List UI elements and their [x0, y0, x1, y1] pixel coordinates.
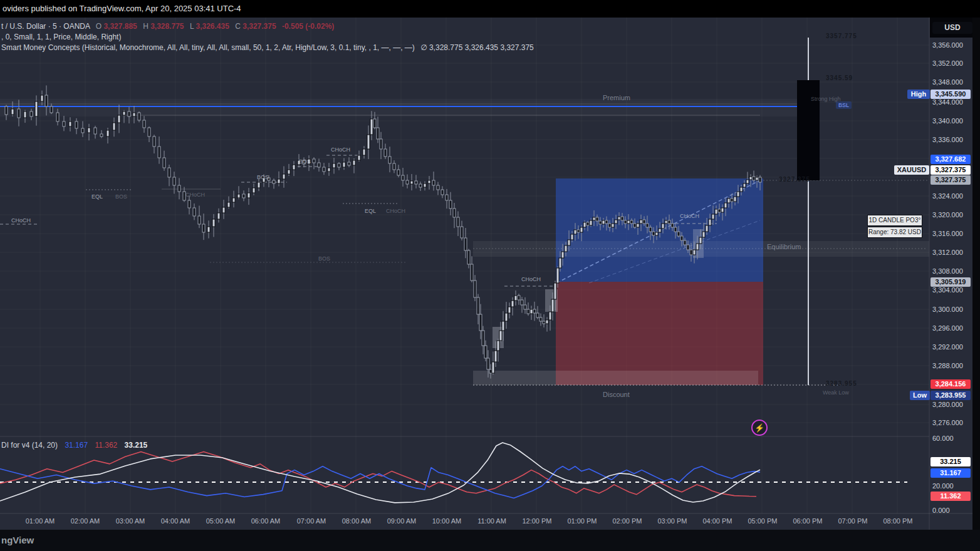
lightning-glyph: ⚡: [754, 423, 764, 433]
time-tick: 05:00 AM: [201, 517, 240, 525]
price-badge-tag: XAUUSD: [894, 165, 929, 175]
price-tick: 3,296.000: [932, 324, 977, 332]
price-tick: 3,348.000: [932, 78, 977, 86]
smc-text-label: Discount: [603, 391, 630, 398]
po3-tooltip-title-text: 1D CANDLE PO3°: [869, 217, 921, 224]
price-tick: 3,312.000: [932, 249, 977, 256]
plus-di-line: [0, 466, 760, 498]
price-tick: 3,308.000: [932, 267, 977, 275]
time-tick: 01:00 AM: [21, 517, 60, 525]
time-tick: 02:00 AM: [66, 517, 105, 525]
price-tick: 3,288.000: [932, 362, 977, 369]
smc-text-label: Premium: [603, 94, 630, 101]
oscillator-legend[interactable]: DI for v4 (14, 20) 31.167 11.362 33.215: [1, 441, 147, 450]
price-tick: 60.000: [932, 435, 977, 442]
smc-text-label: 3357.775: [826, 33, 857, 39]
time-tick: 02:00 PM: [608, 517, 647, 525]
price-badge: 31.167: [930, 468, 971, 478]
price-tick: 3,324.000: [932, 192, 977, 200]
oscillator-name[interactable]: DI for v4 (14, 20): [1, 441, 58, 450]
candles: [5, 85, 761, 378]
time-tick: 05:00 PM: [743, 517, 782, 525]
currency-button[interactable]: USD: [932, 22, 972, 34]
time-tick: 03:00 PM: [653, 517, 692, 525]
time-tick: 06:00 PM: [788, 517, 827, 525]
time-tick: 09:00 AM: [382, 517, 421, 525]
flash-icon[interactable]: ⚡: [751, 420, 768, 436]
open-value: 3,327.885: [103, 22, 137, 31]
price-tick: 0.000: [932, 507, 977, 514]
time-tick: 03:00 AM: [111, 517, 150, 525]
low-label: L: [190, 22, 194, 31]
attribution-text: oviders published on TradingView.com, Ap…: [3, 4, 241, 13]
price-tick: 3,344.000: [932, 98, 977, 106]
low-value: 3,326.435: [195, 22, 229, 31]
price-badge: 33.215: [930, 457, 971, 466]
tradingview-logo[interactable]: ngView: [1, 535, 34, 545]
grid: [0, 18, 929, 513]
smc-text-label: EQL: [91, 193, 103, 200]
price-tick: 3,352.000: [932, 59, 977, 67]
minus-di-line: [0, 451, 756, 496]
time-tick: 12:00 PM: [518, 517, 556, 525]
smc-text-label: CHoCH: [11, 217, 31, 224]
price-tick: 3,304.000: [932, 286, 977, 294]
right-edge-strip: [972, 0, 980, 551]
smc-text-label: CHoCH: [386, 208, 405, 214]
bsl-label: BSL: [836, 101, 852, 109]
time-tick: 06:00 AM: [246, 517, 285, 525]
time-tick: 04:00 PM: [698, 517, 737, 525]
price-tick: 3,336.000: [932, 136, 977, 143]
change-value: -0.505 (-0.02%): [282, 22, 334, 31]
top-right-corner: [936, 0, 980, 18]
smc-text-label: 3283.955: [826, 380, 857, 387]
di-oscillator: [0, 443, 907, 503]
smc-text-label: BOS: [318, 255, 330, 262]
price-badge: 3,327.375: [930, 175, 971, 185]
smc-title: Smart Money Concepts (Historical, Monoch…: [1, 43, 415, 52]
price-badge: 3,327.375: [930, 165, 971, 175]
time-tick: 11:00 AM: [472, 517, 511, 525]
settings-text: , 0, Small, 1, 1, Price, Middle, Right): [1, 33, 121, 41]
main-chart-canvas[interactable]: [0, 0, 980, 551]
high-label: H: [143, 22, 149, 31]
close-label: C: [235, 22, 241, 31]
price-tick: 3,356.000: [932, 41, 977, 49]
smc-text-label: CHoCH: [331, 147, 350, 153]
price-badge: 11.362: [930, 492, 971, 501]
indicator-settings-legend[interactable]: , 0, Small, 1, 1, Price, Middle, Right): [1, 33, 121, 41]
price-badge: 3,305.919: [930, 277, 971, 287]
adx-value: 33.215: [125, 441, 148, 450]
smc-text-label: Equilibrium: [767, 243, 801, 250]
tradingview-chart-window: oviders published on TradingView.com, Ap…: [0, 0, 980, 551]
price-badge: 3,345.590: [930, 90, 971, 99]
smc-indicator-legend[interactable]: Smart Money Concepts (Historical, Monoch…: [1, 43, 534, 52]
smc-text-label: 3327.375: [779, 176, 810, 183]
po3-tooltip-range: Range: 73.82 USD: [867, 227, 922, 238]
time-tick: 10:00 AM: [427, 517, 466, 525]
time-tick: 07:00 AM: [292, 517, 331, 525]
price-tick: 3,340.000: [932, 117, 977, 125]
po3-tooltip-title: 1D CANDLE PO3°: [867, 215, 922, 226]
adx-line: [0, 443, 760, 503]
smc-text-label: Weak Low: [823, 389, 849, 396]
smc-text-label: CHoCH: [680, 213, 699, 219]
symbol-legend[interactable]: t / U.S. Dollar · 5 · OANDA O 3,327.885 …: [1, 22, 334, 31]
smc-values: ∅ 3,328.775 3,326.435 3,327.375: [420, 43, 534, 52]
po3-daily-candle[interactable]: [797, 38, 820, 385]
price-tick: 3,300.000: [932, 306, 977, 313]
price-badge: 3,284.156: [930, 379, 971, 389]
smc-text-label: BOS: [115, 193, 127, 200]
price-badge: 3,283.955: [930, 391, 971, 400]
smc-text-label: BOS: [257, 174, 269, 180]
time-tick: 08:00 PM: [878, 517, 917, 525]
time-tick: 01:00 PM: [563, 517, 602, 525]
price-badge: 3,327.682: [930, 155, 971, 164]
smc-text-label: CHoCH: [185, 192, 205, 198]
smc-text-label: BOS: [299, 158, 311, 165]
price-badge-tag: High: [907, 90, 930, 99]
price-badge-tag: Low: [910, 391, 930, 400]
price-tick: 3,316.000: [932, 230, 977, 237]
symbol-title[interactable]: t / U.S. Dollar · 5 · OANDA: [1, 22, 90, 31]
plus-di-value: 31.167: [65, 441, 88, 450]
